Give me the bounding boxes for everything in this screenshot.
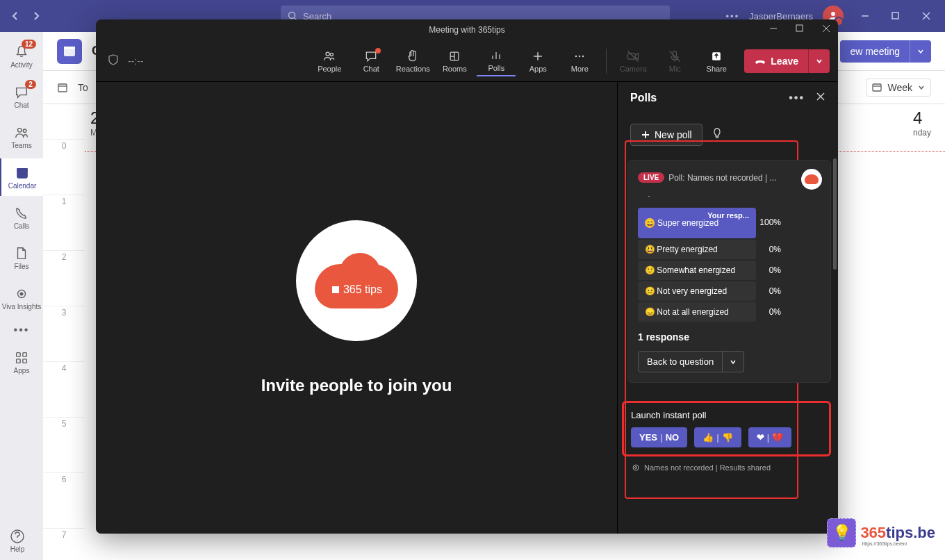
today-label[interactable]: To — [78, 82, 88, 93]
nav-activity[interactable]: 12 Activity — [0, 38, 43, 75]
tool-people[interactable]: People — [310, 47, 349, 76]
svg-rect-14 — [64, 47, 75, 49]
heart-icon: ❤ — [757, 432, 764, 443]
rooms-icon — [447, 49, 461, 63]
live-badge: LIVE — [638, 172, 664, 183]
window-close-button[interactable] — [921, 11, 931, 21]
nav-more[interactable]: ••• — [0, 320, 43, 340]
svg-point-1 — [831, 12, 835, 16]
meeting-timer: --:-- — [128, 56, 144, 67]
svg-rect-16 — [873, 84, 881, 91]
instant-poll-title: Launch instant poll — [631, 410, 822, 420]
instant-poll-section: Launch instant poll YES|NO 👍|👎 ❤|💔 — [622, 401, 831, 456]
nav-calls[interactable]: Calls — [0, 199, 43, 236]
watermark: 💡 365tips.be https://365tips.be/en/ — [827, 518, 935, 547]
polls-more-button[interactable]: ••• — [789, 92, 805, 104]
lightbulb-icon: 💡 — [827, 518, 856, 547]
leave-button[interactable]: Leave — [744, 49, 830, 73]
lightbulb-icon[interactable] — [711, 127, 723, 142]
tool-camera[interactable]: Camera — [614, 47, 652, 76]
poll-option[interactable]: 😞 Not at all energized0% — [638, 302, 756, 322]
tool-reactions[interactable]: Reactions — [393, 47, 432, 76]
window-minimize-button[interactable] — [860, 11, 870, 21]
poll-option[interactable]: 🙂 Somewhat energized0% — [638, 261, 756, 280]
svg-point-0 — [289, 13, 295, 19]
chevron-down-icon[interactable] — [723, 351, 744, 372]
insights-icon — [14, 286, 29, 302]
poll-meta: Poll: Names not recorded | ... — [668, 173, 776, 183]
response-count: 1 response — [638, 331, 821, 343]
window-maximize-button[interactable] — [891, 11, 901, 21]
svg-point-8 — [20, 293, 23, 295]
share-icon — [709, 49, 723, 63]
broken-heart-icon: 💔 — [772, 432, 783, 443]
new-meeting-button[interactable]: ew meeting — [840, 40, 931, 63]
svg-point-21 — [575, 55, 577, 57]
chat-icon — [364, 49, 378, 63]
poll-option[interactable]: 😄 Super energized Your resp... 100% — [638, 208, 756, 238]
plus-icon — [531, 49, 545, 63]
chevron-down-icon[interactable] — [910, 40, 931, 63]
tool-more[interactable]: More — [560, 47, 599, 76]
svg-point-3 — [18, 128, 22, 132]
instant-yes-no-button[interactable]: YES|NO — [631, 427, 687, 447]
tool-chat[interactable]: Chat — [352, 47, 391, 76]
shield-icon — [107, 53, 120, 69]
nav-chat[interactable]: 2 Chat — [0, 78, 43, 115]
hangup-icon — [754, 55, 766, 67]
nav-back-button[interactable] — [7, 8, 24, 24]
nav-calendar[interactable]: Calendar — [0, 158, 43, 196]
meeting-maximize-button[interactable] — [795, 24, 805, 33]
calendar-app-icon — [57, 39, 82, 64]
presenter-avatar: 365 tips — [296, 220, 417, 341]
tool-polls[interactable]: Polls — [477, 46, 516, 76]
chevron-down-icon — [918, 84, 925, 91]
poll-card: LIVE Poll: Names not recorded | ... - 😄 … — [627, 160, 831, 383]
people-icon — [322, 49, 336, 63]
tool-apps[interactable]: Apps — [518, 47, 557, 76]
chevron-down-icon[interactable] — [808, 49, 830, 73]
nav-forward-button[interactable] — [28, 8, 44, 24]
polls-close-button[interactable] — [816, 92, 825, 104]
scrollbar[interactable] — [833, 158, 837, 270]
svg-rect-27 — [332, 286, 339, 293]
poll-option[interactable]: 😃 Pretty energized0% — [638, 240, 756, 259]
help-button[interactable]: Help — [10, 529, 25, 553]
left-nav: 12 Activity 2 Chat Teams Calendar Calls … — [0, 32, 43, 560]
poll-footer-note: Names not recorded | Results shared — [618, 461, 838, 479]
nav-files[interactable]: Files — [0, 239, 43, 277]
meeting-stage: 365 tips Invite people to join you — [96, 82, 617, 534]
invite-message: Invite people to join you — [261, 376, 452, 395]
nav-teams[interactable]: Teams — [0, 118, 43, 156]
instant-heart-button[interactable]: ❤|💔 — [748, 427, 792, 447]
nav-insights[interactable]: Viva Insights — [0, 279, 43, 317]
mic-icon — [668, 49, 682, 63]
svg-point-22 — [579, 55, 581, 57]
svg-rect-9 — [17, 352, 21, 356]
meeting-close-button[interactable] — [821, 24, 831, 33]
back-to-question-button[interactable]: Back to question — [638, 351, 723, 372]
svg-point-18 — [326, 52, 329, 56]
meeting-window: Meeting with 365tips --:-- People Chat R… — [96, 19, 838, 534]
new-poll-button[interactable]: New poll — [630, 124, 702, 146]
files-icon — [14, 246, 29, 261]
meeting-minimize-button[interactable] — [769, 24, 778, 33]
teams-icon — [14, 125, 29, 140]
poll-option[interactable]: 😐 Not very energized0% — [638, 281, 756, 301]
thumbs-down-icon: 👎 — [722, 432, 733, 443]
instant-thumbs-button[interactable]: 👍|👎 — [694, 427, 741, 447]
svg-rect-12 — [23, 359, 27, 363]
svg-rect-10 — [23, 352, 27, 356]
tool-share[interactable]: Share — [697, 47, 736, 76]
tool-mic[interactable]: Mic — [655, 47, 694, 76]
meeting-titlebar: Meeting with 365tips — [96, 19, 838, 40]
polls-panel: Polls ••• New poll LIVE Poll: Names not … — [617, 82, 838, 534]
polls-icon — [489, 49, 503, 63]
week-view-toggle[interactable]: Week — [866, 79, 931, 97]
phone-icon — [14, 206, 29, 221]
nav-apps[interactable]: Apps — [0, 343, 43, 381]
plus-icon — [641, 130, 650, 140]
tool-rooms[interactable]: Rooms — [435, 47, 474, 76]
calendar-icon — [15, 165, 30, 181]
hand-icon — [406, 49, 420, 63]
